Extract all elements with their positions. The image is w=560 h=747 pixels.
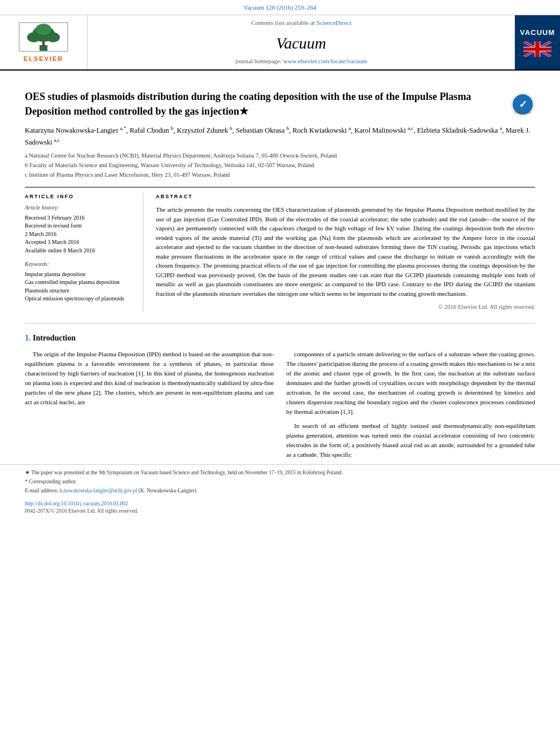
affiliation-c: c Institute of Plasma Physics and Laser …	[25, 171, 535, 180]
article-history-label: Article history:	[25, 204, 136, 212]
article-body: Article Info Article history: Received 3…	[25, 187, 535, 311]
intro-heading-text: Introduction	[33, 334, 76, 342]
keywords-section: Keywords: Impulse plasma deposition Gas …	[25, 260, 136, 303]
elsevier-logo-box: ELSEVIER	[0, 15, 88, 69]
footnote-email: E-mail address: k.nowakowska-langier@ncb…	[25, 487, 535, 495]
vacuum-logo-text: VACUUM	[520, 28, 555, 38]
abstract-text: The article presents the results concern…	[156, 205, 535, 298]
affiliation-a: a National Centre for Nuclear Research (…	[25, 151, 535, 160]
abstract-copyright: © 2016 Elsevier Ltd. All rights reserved…	[156, 303, 535, 311]
article-title: OES studies of plasmoids distribution du…	[25, 90, 505, 118]
svg-rect-15	[523, 47, 552, 51]
affiliations-section: a National Centre for Nuclear Research (…	[25, 151, 535, 179]
flag-icon	[523, 41, 552, 57]
received-revised: Received in revised form2 March 2016	[25, 222, 136, 238]
abstract-col: Abstract The article presents the result…	[156, 193, 535, 311]
main-content: OES studies of plasmoids distribution du…	[0, 71, 560, 323]
footnote-star: ★ The paper was presented at the 9th Sym…	[25, 469, 535, 477]
issn-text: 0042-207X/© 2016 Elsevier Ltd. All right…	[25, 508, 138, 514]
svg-point-5	[36, 24, 51, 35]
section-number: 1.	[25, 334, 31, 342]
affiliation-b: b Faculty of Materials Science and Engin…	[25, 161, 535, 170]
abstract-label: Abstract	[156, 193, 535, 200]
keyword-2: Gas controlled impulse plasma deposition	[25, 278, 136, 287]
article-title-section: OES studies of plasmoids distribution du…	[25, 90, 535, 118]
intro-col-right: components of a particle stream deliveri…	[286, 350, 535, 465]
doi-link[interactable]: http://dx.doi.org/10.1016/j.vacuum.2016.…	[25, 501, 128, 506]
article-info-label: Article Info	[25, 193, 136, 200]
email-link[interactable]: k.nowakowska-langier@ncbj.gov.pl	[60, 488, 137, 493]
keyword-3: Plasmoids structure	[25, 287, 136, 295]
intro-section: 1. Introduction The origin of the Impuls…	[0, 333, 560, 465]
sciencedirect-link[interactable]: ScienceDirect	[316, 19, 351, 26]
keyword-4: Optical emission spectroscopy of plasmoi…	[25, 295, 136, 303]
footnote-corresponding: * Corresponding author.	[25, 478, 535, 486]
accepted-date: Accepted 3 March 2016	[25, 238, 136, 247]
authors-section: Katarzyna Nowakowska-Langier a,*, Rafal …	[25, 124, 535, 148]
received-date: Received 3 February 2016	[25, 214, 136, 222]
journal-name: Vacuum	[276, 32, 326, 55]
keyword-1: Impulse plasma deposition	[25, 270, 136, 279]
article-info-col: Article Info Article history: Received 3…	[25, 193, 143, 311]
available-date: Available online 8 March 2016	[25, 247, 136, 255]
journal-homepage: journal homepage: www.elsevier.com/locat…	[235, 57, 367, 66]
keywords-label: Keywords:	[25, 260, 136, 269]
crossmark-icon: ✓ CrossMark	[510, 92, 535, 117]
copyright-footer: http://dx.doi.org/10.1016/j.vacuum.2016.…	[0, 499, 560, 518]
footnotes-section: ★ The paper was presented at the 9th Sym…	[0, 464, 560, 498]
homepage-link[interactable]: www.elsevier.com/locate/vacuum	[283, 58, 367, 64]
svg-text:✓: ✓	[519, 99, 527, 110]
journal-header: ELSEVIER Contents lists available at Sci…	[0, 15, 560, 71]
intro-p2: components of a particle stream deliveri…	[286, 350, 535, 417]
section-divider	[25, 323, 535, 324]
intro-p3: In search of an efficient method of high…	[286, 421, 535, 460]
intro-p1: The origin of the Impulse Plasma Deposit…	[25, 350, 274, 407]
journal-ref-bar: Vacuum 128 (2016) 259–264	[0, 0, 560, 15]
vacuum-logo-box: VACUUM	[515, 15, 560, 69]
page: Vacuum 128 (2016) 259–264 ELSEVIER	[0, 0, 560, 747]
elsevier-label: ELSEVIER	[24, 55, 63, 64]
journal-center: Contents lists available at ScienceDirec…	[88, 15, 515, 69]
svg-text:CrossMark: CrossMark	[514, 111, 531, 114]
intro-col-left: The origin of the Impulse Plasma Deposit…	[25, 350, 274, 465]
journal-ref-text: Vacuum 128 (2016) 259–264	[244, 4, 317, 11]
contents-available: Contents lists available at ScienceDirec…	[251, 19, 351, 28]
intro-heading: 1. Introduction	[25, 333, 535, 344]
elsevier-tree-icon	[18, 21, 69, 53]
intro-columns: The origin of the Impulse Plasma Deposit…	[25, 350, 535, 465]
